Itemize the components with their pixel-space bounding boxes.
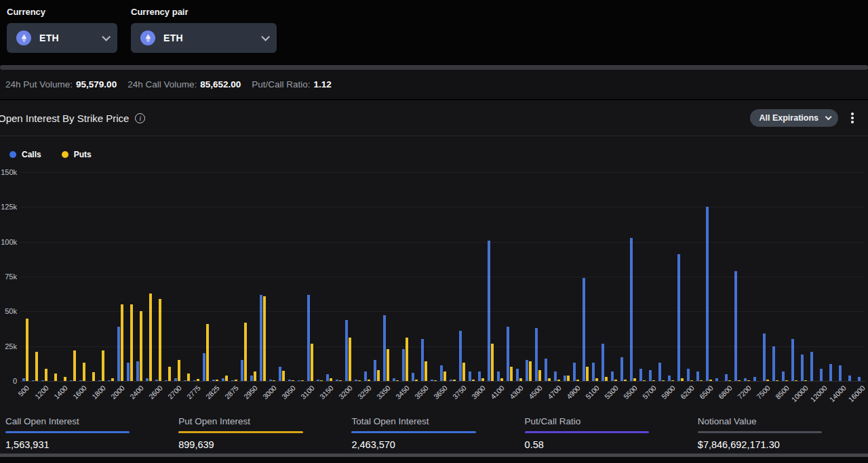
- puts-dot-icon: [62, 151, 68, 158]
- call-bar: [734, 271, 737, 381]
- call-bar: [440, 365, 443, 381]
- chevron-down-icon: [261, 33, 270, 41]
- y-axis-tick-0: 0: [13, 377, 17, 385]
- calls-dot-icon: [9, 151, 16, 158]
- x-axis-tick-12000: 12000: [808, 384, 828, 403]
- call-bar: [583, 278, 585, 381]
- call-bar: [459, 331, 462, 381]
- x-axis-tick-3100: 3100: [298, 384, 315, 401]
- put-bar: [73, 350, 76, 381]
- y-axis-tick-25k: 25k: [5, 342, 17, 350]
- call-bar: [649, 370, 652, 381]
- call-bar: [507, 327, 509, 381]
- call-bar: [364, 371, 367, 381]
- put-bar: [254, 371, 256, 381]
- total-open-interest-stat: Total Open Interest 2,463,570: [351, 416, 515, 450]
- put-bar: [282, 371, 285, 381]
- call-bar: [412, 373, 414, 381]
- put-bar: [168, 367, 171, 381]
- call-bar: [573, 363, 576, 381]
- x-axis-tick-2700: 2700: [165, 384, 182, 401]
- call-bar: [516, 369, 519, 381]
- call-bar: [554, 371, 557, 381]
- x-axis-tick-3000: 3000: [260, 384, 277, 401]
- call-bar: [535, 328, 538, 381]
- stat-underline: [5, 431, 130, 433]
- put-bar: [567, 376, 570, 381]
- x-axis-tick-5300: 5300: [602, 384, 619, 401]
- call-open-interest-stat: Call Open Interest 1,563,931: [5, 416, 169, 450]
- call-bar: [630, 238, 633, 381]
- x-axis-tick-10000: 10000: [789, 384, 809, 403]
- x-axis-tick-4100: 4100: [488, 384, 505, 401]
- call-bar: [725, 374, 728, 381]
- x-axis-tick-4300: 4300: [507, 384, 524, 401]
- call-bar: [839, 365, 842, 381]
- stat-underline: [698, 431, 822, 433]
- x-axis-tick-5100: 5100: [583, 384, 600, 401]
- all-expirations-dropdown[interactable]: All Expirations: [750, 109, 838, 127]
- put-bar: [377, 370, 380, 381]
- put-bar: [178, 360, 180, 381]
- x-axis-tick-4700: 4700: [545, 384, 562, 401]
- call-bar: [421, 339, 424, 381]
- call-bar: [497, 371, 500, 381]
- stat-underline: [351, 431, 475, 433]
- call-bar: [136, 361, 139, 381]
- x-axis-tick-3650: 3650: [431, 384, 448, 401]
- call-bar: [326, 374, 329, 381]
- x-axis-tick-4900: 4900: [564, 384, 581, 401]
- currency-label: Currency: [7, 7, 117, 17]
- info-icon[interactable]: i: [135, 113, 145, 123]
- x-axis-tick-3350: 3350: [374, 384, 391, 401]
- call-bar: [763, 334, 766, 381]
- x-axis-tick-2950: 2950: [241, 384, 258, 401]
- currency-pair-dropdown[interactable]: ETH: [131, 23, 277, 53]
- x-axis-tick-2400: 2400: [127, 384, 144, 401]
- call-bar: [250, 376, 253, 381]
- x-axis-tick-6800: 6800: [716, 384, 733, 401]
- x-axis-tick-1200: 1200: [33, 384, 50, 401]
- call-bar: [260, 295, 262, 381]
- put-bar: [491, 344, 494, 381]
- put-bar: [538, 370, 541, 381]
- legend-item-puts[interactable]: Puts: [62, 150, 92, 159]
- call-bar: [601, 344, 604, 381]
- call-bar: [620, 357, 623, 381]
- call-bar: [687, 369, 690, 381]
- call-bar: [829, 364, 832, 381]
- put-bar: [349, 338, 351, 381]
- page-title: Open Interest By Strike Price: [0, 113, 129, 124]
- call-bar: [203, 353, 205, 381]
- put-bar: [387, 349, 389, 381]
- call-bar: [545, 359, 547, 381]
- x-axis-tick-3250: 3250: [355, 384, 372, 401]
- gridline-75k: 75k: [20, 277, 865, 277]
- put-bar: [26, 319, 28, 381]
- currency-dropdown[interactable]: ETH: [7, 23, 117, 53]
- put-call-ratio-stat: Put/Call Ratio:1.12: [252, 79, 332, 89]
- put-bar: [206, 324, 209, 381]
- call-bar: [801, 355, 804, 381]
- x-axis-tick-3750: 3750: [450, 384, 467, 401]
- put-bar: [529, 361, 532, 381]
- y-axis-tick-50k: 50k: [5, 307, 17, 315]
- chevron-down-icon: [102, 33, 111, 41]
- legend-item-calls[interactable]: Calls: [9, 150, 41, 159]
- call-bar: [668, 376, 671, 381]
- kebab-menu-button[interactable]: [846, 113, 859, 123]
- x-axis-tick-16000: 16000: [846, 384, 866, 403]
- x-axis-tick-2600: 2600: [146, 384, 163, 401]
- call-bar: [820, 369, 823, 381]
- x-axis-tick-14000: 14000: [827, 384, 847, 403]
- gridline-25k: 25k: [20, 346, 865, 347]
- call-bar: [117, 327, 120, 381]
- call-bar: [639, 369, 642, 381]
- put-bar: [510, 367, 513, 381]
- x-axis-tick-3050: 3050: [279, 384, 296, 401]
- x-axis-tick-2825: 2825: [203, 384, 220, 401]
- x-axis-tick-6500: 6500: [697, 384, 714, 401]
- put-bar: [443, 371, 446, 381]
- bottom-scrollbar-divider: [0, 454, 868, 457]
- x-axis-tick-3550: 3550: [412, 384, 429, 401]
